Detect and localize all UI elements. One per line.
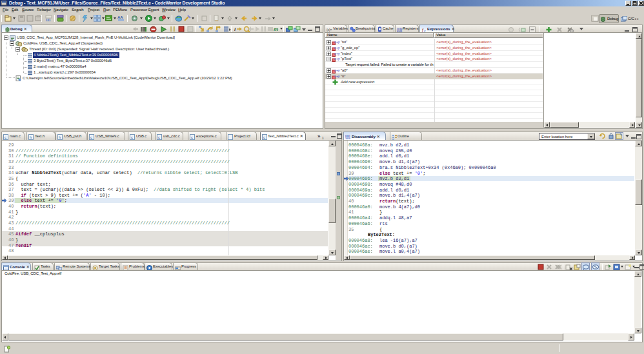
svg-text:c: c: [90, 135, 92, 139]
svg-text:x+y: x+y: [334, 57, 340, 61]
svg-text:c: c: [131, 135, 133, 139]
svg-text:x+y: x+y: [334, 74, 340, 77]
svg-text:c: c: [158, 135, 160, 139]
svg-text:x+y: x+y: [334, 45, 340, 49]
svg-text:x+y: x+y: [334, 68, 340, 72]
svg-text:h: h: [30, 135, 32, 139]
svg-text:c: c: [263, 135, 265, 139]
svg-text:x+y: x+y: [334, 40, 340, 44]
svg-text:»: »: [317, 133, 321, 139]
svg-text:c: c: [5, 135, 6, 139]
svg-text:i: i: [234, 26, 236, 32]
svg-text:m: m: [274, 26, 278, 32]
svg-text:x+y: x+y: [334, 51, 340, 55]
svg-text:c: c: [191, 135, 193, 139]
svg-text:111: 111: [46, 18, 51, 22]
svg-text:(x)=: (x)=: [327, 28, 332, 32]
svg-text:AA: AA: [117, 15, 123, 19]
svg-text:1010: 1010: [345, 137, 350, 139]
svg-text:h: h: [59, 135, 61, 139]
